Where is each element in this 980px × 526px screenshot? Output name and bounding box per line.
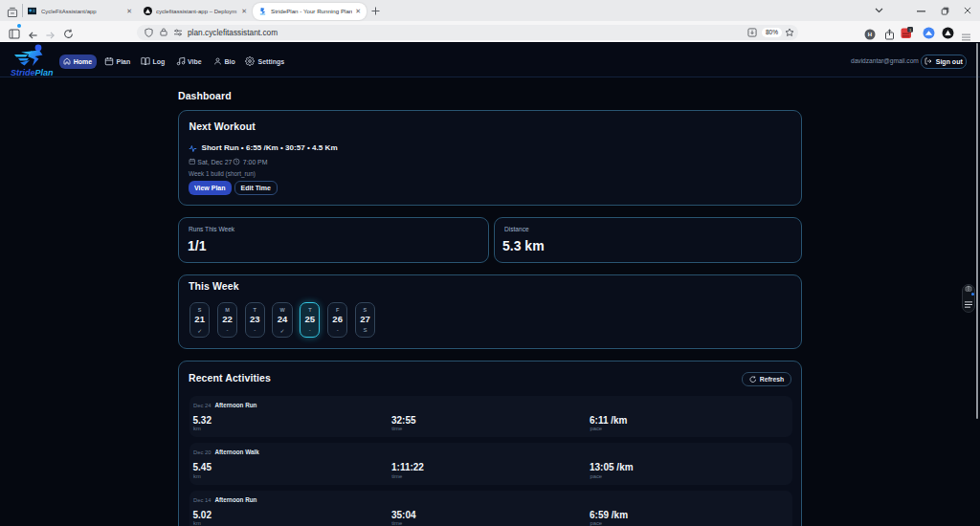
svg-text:H: H [868,32,872,37]
